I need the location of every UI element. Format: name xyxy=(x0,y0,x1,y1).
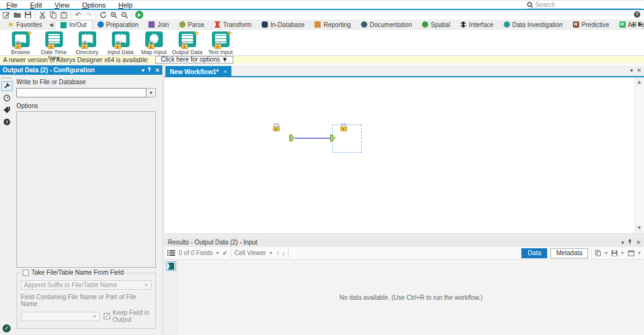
scroll-right-icon[interactable]: ▶ xyxy=(638,21,642,28)
results-anchor-strip xyxy=(165,260,177,335)
zoom-in-icon[interactable] xyxy=(109,11,119,19)
metadata-tab-button[interactable]: Metadata xyxy=(550,248,588,258)
performance-profile-icon[interactable] xyxy=(1,93,13,103)
ribbon-tab-documentation[interactable]: Documentation xyxy=(356,20,417,30)
tool-map-input[interactable]: Map Input xyxy=(137,30,170,55)
help-circle-icon[interactable]: ? xyxy=(1,117,13,127)
ribbon-tab-inout[interactable]: In/Out xyxy=(55,20,92,30)
horizontal-splitter[interactable] xyxy=(165,233,644,238)
configuration-valid-icon: ✓ xyxy=(3,324,11,332)
tabstrip-close-icon[interactable]: ✕ xyxy=(636,67,641,74)
grip-handle[interactable]: ••••• xyxy=(1,76,12,79)
cell-viewer-dropdown[interactable]: Cell Viewer ▼ xyxy=(235,250,273,256)
configuration-wrench-icon[interactable] xyxy=(1,81,13,91)
write-to-input[interactable] xyxy=(16,88,147,97)
fields-filter-dropdown[interactable]: 0 of 0 Fields ▼ ✔ xyxy=(179,250,228,256)
add-tab-icon[interactable]: + xyxy=(631,21,635,28)
cut-icon[interactable] xyxy=(37,11,47,19)
search-input[interactable]: Search xyxy=(527,1,641,9)
run-workflow-icon[interactable] xyxy=(134,11,144,19)
annotation-tag-icon[interactable] xyxy=(1,105,13,115)
ribbon-tab-data-investigation[interactable]: Data Investigation xyxy=(499,20,568,30)
field-containing-label: Field Containing File Name or Part of Fi… xyxy=(21,294,152,307)
close-tab-icon[interactable]: × xyxy=(224,69,227,75)
tool-directory[interactable]: Directory xyxy=(70,30,104,55)
ribbon-tab-join[interactable]: Join xyxy=(143,20,174,30)
zoom-out-icon[interactable] xyxy=(119,11,130,19)
new-workflow-icon[interactable] xyxy=(1,11,11,19)
workflow-canvas[interactable]: ▲ ▼ xyxy=(165,77,644,233)
circle-icon xyxy=(504,21,510,28)
apply-check-icon[interactable]: ✔ xyxy=(222,250,227,256)
ribbon-tab-predictive[interactable]: RPredictive xyxy=(568,20,614,30)
write-to-dropdown-button[interactable]: ▼ xyxy=(147,88,156,97)
pin-icon[interactable] xyxy=(147,67,152,73)
take-file-name-checkbox[interactable] xyxy=(23,270,29,276)
output-anchor-icon[interactable] xyxy=(289,135,294,141)
tool-input-data[interactable]: Input Data xyxy=(104,30,137,55)
menu-view[interactable]: View xyxy=(48,1,76,9)
ribbon-tab-indatabase[interactable]: In-Database xyxy=(257,20,309,30)
copy-results-button[interactable]: ▼ xyxy=(595,250,608,256)
field-name-select[interactable]: ▼ xyxy=(21,312,100,321)
sort-up-icon[interactable]: ↑ xyxy=(276,250,279,256)
menu-options[interactable]: Options xyxy=(75,1,112,9)
menu-bar: File Edit View Options Help Search xyxy=(0,1,644,9)
lock-icon xyxy=(81,44,88,49)
panel-menu-icon[interactable]: ▾ xyxy=(621,239,625,246)
ribbon-tab-preparation[interactable]: Preparation xyxy=(92,20,144,30)
refresh-icon[interactable] xyxy=(98,11,108,19)
connection-line[interactable] xyxy=(295,138,331,139)
panel-menu-icon[interactable]: ▾ xyxy=(142,67,145,74)
save-results-button[interactable]: ▼ xyxy=(611,250,625,256)
append-suffix-select[interactable]: Append Suffix to File/Table Name ▼ xyxy=(21,280,152,290)
sort-down-icon[interactable]: ↓ xyxy=(282,250,285,256)
tool-output-data[interactable]: ★ Output Data xyxy=(170,30,204,55)
transform-icon xyxy=(214,21,221,28)
tool-text-input[interactable]: ★ Text Input xyxy=(204,30,237,55)
redo-icon[interactable]: ↷ xyxy=(84,11,94,19)
ribbon-tab-parse[interactable]: Parse xyxy=(174,20,209,30)
data-tab-button[interactable]: Data xyxy=(521,248,547,258)
copy-icon[interactable] xyxy=(48,11,58,19)
menu-help[interactable]: Help xyxy=(112,1,139,9)
scroll-up-icon[interactable]: ▲ xyxy=(635,78,643,87)
scroll-down-icon[interactable]: ▼ xyxy=(635,224,643,233)
chevron-down-icon: ▼ xyxy=(144,283,148,287)
tab-menu-icon[interactable]: ▾ xyxy=(630,67,633,74)
close-icon[interactable]: ✕ xyxy=(636,239,641,246)
open-in-window-button[interactable]: ▼ xyxy=(628,250,641,256)
tool-date-time-now[interactable]: Date Time Now xyxy=(37,30,70,55)
ribbon-tab-interface[interactable]: Interface xyxy=(455,20,499,30)
ribbon-tab-favorites[interactable]: Favorites xyxy=(3,20,47,30)
save-icon[interactable] xyxy=(23,11,33,19)
write-to-label: Write to File or Database xyxy=(16,79,156,85)
input-data-tool-icon xyxy=(112,31,130,47)
ribbon-tab-spatial[interactable]: Spatial xyxy=(417,20,455,30)
menu-file[interactable]: File xyxy=(0,1,24,9)
profile-toggle-icon[interactable] xyxy=(167,250,175,256)
update-options-button[interactable]: Click here for options ▼ xyxy=(155,56,234,63)
ribbon-tab-reporting[interactable]: Reporting xyxy=(309,20,355,30)
paste-icon[interactable] xyxy=(58,11,69,19)
canvas-vertical-scrollbar[interactable]: ▲ ▼ xyxy=(635,77,644,233)
lock-icon xyxy=(273,126,280,131)
pin-icon[interactable] xyxy=(628,239,632,245)
ribbon-tab-transform[interactable]: Transform xyxy=(209,20,257,30)
open-icon[interactable] xyxy=(12,11,22,19)
menu-edit[interactable]: Edit xyxy=(24,1,48,9)
chevron-down-icon: ▼ xyxy=(215,251,219,255)
tool-browse[interactable]: ★ Browse xyxy=(4,30,37,55)
close-icon[interactable]: ✕ xyxy=(155,67,160,74)
folder-icon xyxy=(314,21,321,28)
help-icon[interactable]: ? xyxy=(634,11,640,18)
lock-icon xyxy=(14,44,21,49)
keep-field-checkbox[interactable] xyxy=(104,313,110,319)
scroll-left-icon[interactable]: ◀ xyxy=(47,22,55,28)
workflow-tab-strip: New Workflow1* × ▾ ✕ xyxy=(165,63,644,77)
undo-icon[interactable]: ↶ xyxy=(73,11,83,19)
anchor-icon xyxy=(168,263,174,270)
results-titlebar: Results - Output Data (2) - Input ▾ ✕ xyxy=(165,238,644,247)
options-list[interactable] xyxy=(16,111,156,268)
input-anchor-button[interactable] xyxy=(166,261,176,271)
